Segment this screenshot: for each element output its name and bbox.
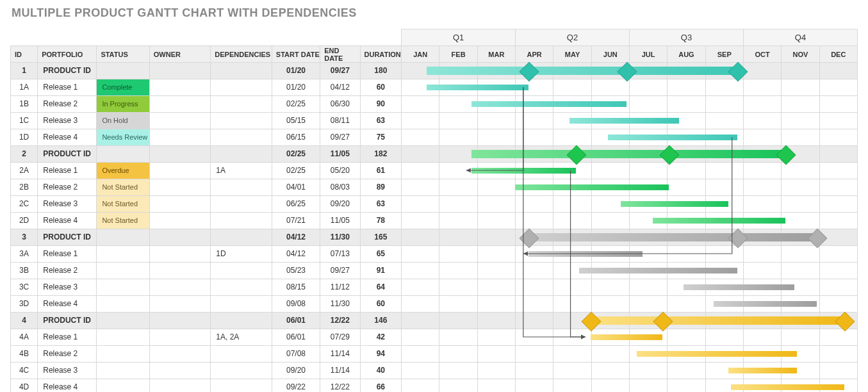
status-badge: Overdue [97,163,149,179]
gantt-table: Q1 Q2 Q3 Q4 ID PORTFOLIO STATUS OWNER DE… [10,29,858,392]
quarter-header: Q1 [402,29,516,46]
cell: 2C [11,196,37,212]
status-badge: Not Started [97,213,149,229]
cell: 11/05 [320,146,359,162]
cell: 66 [361,379,402,392]
cell: 3C [11,279,37,295]
task-row: 3ARelease 11D04/1207/1365 [11,246,858,263]
col-month: DEC [819,46,857,63]
cell: 180 [361,63,402,79]
cell: Release 1 [38,79,96,95]
product-summary-row: 4PRODUCT ID06/0112/22146 [11,313,858,329]
cell: Release 4 [38,296,96,312]
cell: 3 [11,229,37,245]
task-row: 1ARelease 1Complete01/2004/1260 [11,79,858,96]
cell: 4D [11,379,37,392]
cell: 04/12 [272,229,320,245]
cell: 06/01 [272,313,320,329]
cell: 11/30 [320,296,359,312]
col-month: JUN [591,46,629,63]
cell: 06/30 [320,96,359,112]
cell: Release 4 [38,129,96,145]
cell: 64 [361,279,402,295]
col-month: JUL [629,46,667,63]
cell: 06/25 [272,196,320,212]
cell: 60 [361,296,402,312]
col-end: END DATE [320,46,360,63]
cell: Release 1 [38,329,96,345]
cell: 02/25 [272,163,320,179]
cell: 146 [361,313,402,329]
cell: 07/13 [320,246,359,262]
status-badge: Needs Review [97,129,149,145]
cell: 09/22 [272,379,320,392]
cell: 89 [361,179,402,195]
cell: PRODUCT ID [38,146,96,162]
cell: 11/12 [320,279,359,295]
col-month: FEB [439,46,477,63]
cell: 05/23 [272,263,320,279]
task-row: 2BRelease 2Not Started04/0108/0389 [11,179,858,196]
cell: 07/21 [272,213,320,229]
gantt-chart: Q1 Q2 Q3 Q4 ID PORTFOLIO STATUS OWNER DE… [10,29,858,392]
col-id: ID [11,46,38,63]
cell: 4C [11,363,37,379]
cell: 07/29 [320,329,359,345]
product-summary-row: 2PRODUCT ID02/2511/05182 [11,146,858,163]
col-status: STATUS [97,46,149,63]
status-badge: Not Started [97,179,149,195]
quarter-header: Q2 [516,29,630,46]
cell: 3D [11,296,37,312]
task-row: 2DRelease 4Not Started07/2111/0578 [11,213,858,229]
task-row: 3BRelease 205/2309/2791 [11,263,858,279]
cell: Release 3 [38,113,96,129]
cell: 04/12 [272,246,320,262]
cell: 11/30 [320,229,359,245]
cell: PRODUCT ID [38,313,96,329]
column-header-row: ID PORTFOLIO STATUS OWNER DEPENDENCIES S… [11,46,858,63]
task-row: 3CRelease 308/1511/1264 [11,279,858,296]
cell: 09/20 [272,363,320,379]
cell: 2 [11,146,37,162]
cell: Release 3 [38,279,96,295]
cell: 02/25 [272,146,320,162]
col-month: MAR [477,46,515,63]
cell: Release 1 [38,246,96,262]
status-badge: Complete [97,79,149,95]
quarter-header-row: Q1 Q2 Q3 Q4 [11,29,858,46]
col-duration: DURATION [360,46,402,63]
cell: 07/08 [272,346,320,362]
cell: 94 [361,346,402,362]
task-row: 4BRelease 207/0811/1494 [11,346,858,363]
cell: 08/11 [320,113,359,129]
cell: 09/27 [320,129,359,145]
cell: 165 [361,229,402,245]
cell: 01/20 [272,63,320,79]
cell: 1B [11,96,37,112]
task-row: 4CRelease 309/2011/1440 [11,363,858,379]
cell: 11/14 [320,346,359,362]
status-badge: In Progress [97,96,149,112]
cell: PRODUCT ID [38,63,96,79]
cell: 05/20 [320,163,359,179]
cell: Release 4 [38,379,96,392]
task-row: 3DRelease 409/0811/3060 [11,296,858,313]
task-row: 1BRelease 2In Progress02/2506/3090 [11,96,858,113]
cell: 01/20 [272,79,320,95]
task-row: 2CRelease 3Not Started06/2509/2063 [11,196,858,213]
col-month: APR [516,46,553,63]
quarter-header: Q3 [629,29,743,46]
cell: Release 1 [38,163,96,179]
cell: 04/01 [272,179,320,195]
cell: 3A [11,246,37,262]
cell: Release 2 [38,96,96,112]
cell: 90 [361,96,402,112]
cell: 4A [11,329,37,345]
cell: 2B [11,179,37,195]
cell: PRODUCT ID [38,229,96,245]
cell: 02/25 [272,96,320,112]
cell: 182 [361,146,402,162]
cell: 2D [11,213,37,229]
cell: 40 [361,363,402,379]
col-month: AUG [667,46,705,63]
